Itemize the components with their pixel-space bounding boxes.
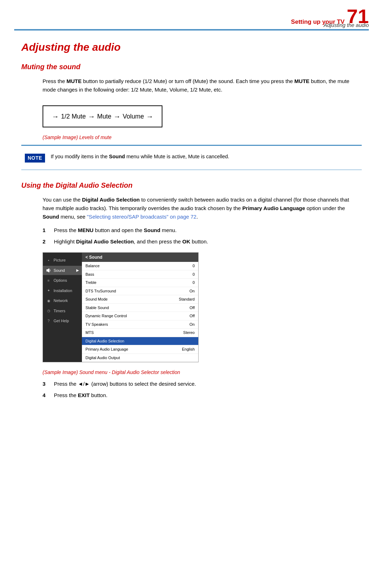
menu-row-treble: Treble 0 [82,279,198,287]
digital-audio-selection-label: Digital Audio Selection [85,338,124,344]
main-content: Adjusting the audio Muting the sound Pre… [0,31,383,418]
menu-item-picture-label: Picture [54,257,66,263]
menu-row-stablesound: Stable Sound Off [82,304,198,312]
dynamicrange-value: Off [190,313,195,319]
installation-icon: ✦ [46,288,51,293]
stablesound-value: Off [190,305,195,311]
arrow-3: → [146,111,153,122]
sound-icon [46,268,51,273]
menu-item-sound: Sound ▶ [43,266,82,275]
tvspeakers-value: On [189,322,195,328]
svg-rect-0 [46,269,48,271]
step-2: 2 Highlight Digital Audio Selection, and… [43,237,362,246]
menu-item-network: ◉ Network [43,296,82,306]
menu-row-tvspeakers: TV Speakers On [82,320,198,329]
note-divider-top [21,145,362,146]
picture-icon: ▪ [46,257,51,263]
mts-value: Stereo [183,330,195,336]
gethelp-icon: ? [46,318,51,324]
step-3: 3 Press the ◄/► (arrow) buttons to selec… [43,380,362,388]
note-text: If you modify items in the Sound menu wh… [51,153,229,161]
step-2-num: 2 [43,237,49,246]
tv-menu-left-nav: ▪ Picture Sound ▶ ≡ O [43,253,82,362]
soundmode-label: Sound Mode [85,296,107,302]
menu-item-gethelp: ? Get Help [43,316,82,326]
mute-step-1: 1/2 Mute [61,112,86,121]
tv-menu-screenshot: ▪ Picture Sound ▶ ≡ O [43,252,199,362]
menu-item-options-label: Options [54,277,67,284]
step-2-text: Highlight Digital Audio Selection, and t… [54,237,208,246]
treble-label: Treble [85,280,96,286]
primary-audio-value: English [182,346,195,352]
timers-icon: ◷ [46,308,51,314]
menu-row-dynamicrange: Dynamic Range Control Off [82,312,198,320]
sound-arrow-icon: ▶ [76,268,79,273]
mute-step-2: Mute [97,112,111,121]
primary-audio-label: Primary Audio Language [85,346,128,352]
step-4-num: 4 [43,391,49,400]
bass-label: Bass [85,271,94,277]
header-subtitle: Adjusting the audio [323,21,369,29]
balance-label: Balance [85,263,100,269]
stereo-sap-link[interactable]: "Selecting stereo/SAP broadcasts" on pag… [87,214,196,220]
menu-item-gethelp-label: Get Help [54,318,69,324]
mute-step-3: Volume [123,112,144,121]
dts-label: DTS TruSurround [85,288,116,294]
menu-item-timers: ◷ Timers [43,306,82,316]
menu-row-mts: MTS Stereo [82,329,198,337]
step-3-text: Press the ◄/► (arrow) buttons to select … [54,380,196,388]
digital-audio-output-label: Digital Audio Output [85,355,120,361]
arrow-2: → [113,111,121,122]
menu-item-network-label: Network [54,298,68,304]
bass-value: 0 [193,271,195,277]
digital-audio-para: You can use the Digital Audio Selection … [43,196,362,221]
menu-row-primary-audio: Primary Audio Language English [82,345,198,354]
stablesound-label: Stable Sound [85,305,109,311]
step-1-num: 1 [43,226,49,235]
page-title: Adjusting the audio [21,39,362,55]
note-divider-bottom [21,170,362,170]
steps-3-4: 3 Press the ◄/► (arrow) buttons to selec… [43,380,362,400]
note-box: NOTE If you modify items in the Sound me… [21,149,362,166]
digital-audio-sample-caption: (Sample Image) Sound menu - Digital Audi… [43,369,362,376]
step-1-text: Press the MENU button and open the Sound… [54,226,177,235]
note-label: NOTE [25,154,45,163]
soundmode-value: Standard [179,296,195,302]
menu-row-dts: DTS TruSurround On [82,287,198,296]
menu-row-soundmode: Sound Mode Standard [82,295,198,304]
mts-label: MTS [85,330,94,336]
digital-audio-section: Using the Digital Audio Selection You ca… [21,180,362,400]
dts-value: On [189,288,195,294]
menu-row-balance: Balance 0 [82,262,198,270]
page-header: Setting up your TV 71 Adjusting the audi… [0,0,383,26]
mute-diagram: → 1/2 Mute → Mute → Volume → [43,105,162,127]
options-icon: ≡ [46,277,51,283]
menu-item-timers-label: Timers [54,308,65,314]
network-icon: ◉ [46,298,51,303]
svg-marker-1 [48,268,49,273]
arrow-1: → [88,111,95,122]
step-3-num: 3 [43,380,49,388]
treble-value: 0 [193,280,195,286]
muting-heading: Muting the sound [21,61,362,72]
menu-item-installation: ✦ Installation [43,286,82,296]
menu-row-digital-audio-output: Digital Audio Output [82,354,198,362]
balance-value: 0 [193,263,195,269]
step-4-text: Press the EXIT button. [54,391,107,400]
arrow-start: → [52,111,59,122]
muting-paragraph: Press the MUTE button to partially reduc… [43,77,362,94]
digital-audio-heading: Using the Digital Audio Selection [21,180,362,191]
step-1: 1 Press the MENU button and open the Sou… [43,226,362,235]
menu-item-picture: ▪ Picture [43,255,82,265]
tv-menu-right-panel: < Sound Balance 0 Bass 0 Treble 0 DTS Tr… [82,253,198,362]
mute-sample-caption: (Sample Image) Levels of mute [43,134,362,141]
step-4: 4 Press the EXIT button. [43,391,362,400]
menu-row-digital-audio-selection: Digital Audio Selection [82,337,198,346]
dynamicrange-label: Dynamic Range Control [85,313,127,319]
menu-item-options: ≡ Options [43,276,82,285]
tvspeakers-label: TV Speakers [85,322,108,328]
menu-item-installation-label: Installation [54,288,72,294]
tv-menu-right-header: < Sound [82,253,198,262]
menu-row-bass: Bass 0 [82,270,198,279]
menu-item-sound-label: Sound [54,268,65,274]
